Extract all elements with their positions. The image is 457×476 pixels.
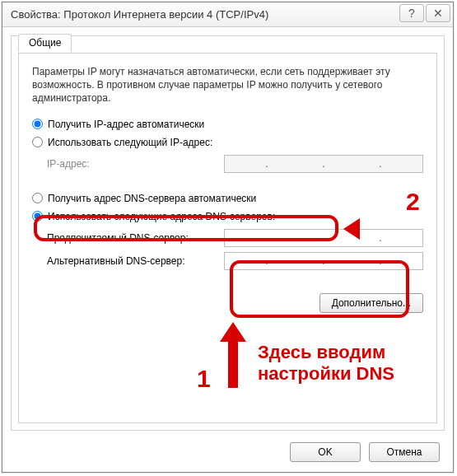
radio-dns-manual-label: Использовать следующие адреса DNS-сервер… <box>48 211 275 222</box>
tab-general[interactable]: Общие <box>18 34 72 52</box>
radio-ip-auto-label: Получить IP-адрес автоматически <box>48 119 204 130</box>
client-area: Общие Параметры IP могут назначаться авт… <box>11 35 445 431</box>
dialog-buttons: OK Отмена <box>290 442 440 462</box>
radio-dns-auto-label: Получить адрес DNS-сервера автоматически <box>48 193 256 204</box>
tab-page-general: Параметры IP могут назначаться автоматич… <box>18 53 437 423</box>
window-title: Свойства: Протокол Интернета версии 4 (T… <box>11 8 268 21</box>
ip-address-label: IP-адрес: <box>47 158 224 170</box>
close-icon: ✕ <box>433 7 443 20</box>
dns-alternate-row: Альтернативный DNS-сервер: ... <box>47 252 423 270</box>
ok-button[interactable]: OK <box>290 442 361 462</box>
ip-address-input: ... <box>224 155 423 173</box>
properties-window: Свойства: Протокол Интернета версии 4 (T… <box>2 2 454 473</box>
radio-dns-manual[interactable] <box>32 211 43 222</box>
radio-dns-auto[interactable] <box>32 193 43 203</box>
titlebar: Свойства: Протокол Интернета версии 4 (T… <box>2 2 453 27</box>
dns-preferred-input[interactable]: ... <box>224 229 423 247</box>
question-icon: ? <box>408 7 415 20</box>
radio-ip-manual-row[interactable]: Использовать следующий IP-адрес: <box>32 137 423 148</box>
advanced-button[interactable]: Дополнительно... <box>319 293 423 313</box>
radio-ip-manual[interactable] <box>32 137 43 147</box>
cancel-button[interactable]: Отмена <box>369 442 440 462</box>
close-button[interactable]: ✕ <box>426 4 450 22</box>
radio-ip-auto-row[interactable]: Получить IP-адрес автоматически <box>32 119 423 130</box>
radio-dns-manual-row[interactable]: Использовать следующие адреса DNS-сервер… <box>32 211 423 222</box>
advanced-row: Дополнительно... <box>32 293 423 313</box>
dns-alternate-input[interactable]: ... <box>224 252 423 270</box>
radio-dns-auto-row[interactable]: Получить адрес DNS-сервера автоматически <box>32 193 423 204</box>
window-controls: ? ✕ <box>399 4 450 22</box>
radio-ip-manual-label: Использовать следующий IP-адрес: <box>48 137 212 148</box>
help-button[interactable]: ? <box>399 4 424 22</box>
description-text: Параметры IP могут назначаться автоматич… <box>32 65 423 105</box>
dns-preferred-label: Предпочитаемый DNS-сервер: <box>47 232 224 244</box>
dns-preferred-row: Предпочитаемый DNS-сервер: ... <box>47 229 423 247</box>
dns-alternate-label: Альтернативный DNS-сервер: <box>47 255 224 267</box>
ip-address-row: IP-адрес: ... <box>47 155 423 173</box>
radio-ip-auto[interactable] <box>32 119 43 129</box>
tab-strip: Общие <box>18 34 72 52</box>
